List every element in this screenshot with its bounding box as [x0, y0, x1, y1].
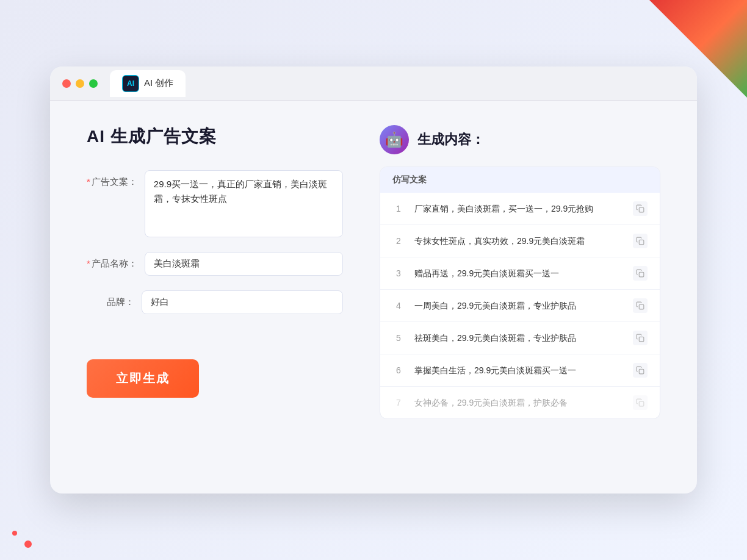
table-row: 5 祛斑美白，29.9元美白淡斑霜，专业护肤品 — [380, 322, 660, 354]
copy-icon[interactable] — [633, 395, 648, 410]
result-title: 生成内容： — [417, 131, 485, 149]
copy-icon[interactable] — [633, 266, 648, 281]
svg-rect-4 — [639, 337, 644, 342]
copy-icon[interactable] — [633, 363, 648, 378]
minimize-button[interactable] — [76, 79, 84, 88]
form-row-product-name: *产品名称： — [87, 252, 343, 276]
right-panel: 生成内容： 仿写文案 1 厂家直销，美白淡斑霜，买一送一，29.9元抢购 2 专… — [380, 125, 660, 467]
row-text: 一周美白，29.9元美白淡斑霜，专业护肤品 — [414, 300, 623, 312]
brand-input[interactable] — [142, 290, 343, 314]
ad-copy-label: *广告文案： — [87, 170, 145, 188]
row-number: 2 — [392, 236, 405, 246]
svg-rect-3 — [639, 304, 644, 309]
copy-icon[interactable] — [633, 234, 648, 248]
svg-rect-0 — [639, 207, 644, 212]
product-name-input[interactable] — [145, 252, 343, 276]
generate-button[interactable]: 立即生成 — [87, 359, 199, 398]
main-content: AI 生成广告文案 *广告文案： 29.9买一送一，真正的厂家直销，美白淡斑霜，… — [50, 101, 697, 491]
svg-rect-2 — [639, 272, 644, 277]
copy-icon[interactable] — [633, 201, 648, 216]
copy-icon[interactable] — [633, 331, 648, 345]
copy-icon[interactable] — [633, 298, 648, 313]
required-star-ad: * — [87, 176, 90, 187]
table-row: 3 赠品再送，29.9元美白淡斑霜买一送一 — [380, 257, 660, 290]
ai-logo-icon: AI — [122, 75, 139, 92]
product-name-label: *产品名称： — [87, 252, 145, 270]
row-text: 厂家直销，美白淡斑霜，买一送一，29.9元抢购 — [414, 203, 623, 215]
table-row: 6 掌握美白生活，29.9元美白淡斑霜买一送一 — [380, 354, 660, 387]
brand-label: 品牌： — [87, 290, 142, 308]
svg-rect-6 — [639, 401, 644, 406]
table-row: 1 厂家直销，美白淡斑霜，买一送一，29.9元抢购 — [380, 193, 660, 225]
generate-button-wrapper: 立即生成 — [87, 329, 343, 398]
row-number: 4 — [392, 301, 405, 311]
maximize-button[interactable] — [89, 79, 98, 88]
form-row-ad-copy: *广告文案： 29.9买一送一，真正的厂家直销，美白淡斑霜，专抹女性斑点 — [87, 170, 343, 237]
result-rows-container: 1 厂家直销，美白淡斑霜，买一送一，29.9元抢购 2 专抹女性斑点，真实功效，… — [380, 193, 660, 418]
row-text: 女神必备，29.9元美白淡斑霜，护肤必备 — [414, 397, 623, 409]
row-text: 赠品再送，29.9元美白淡斑霜买一送一 — [414, 267, 623, 280]
result-table-header: 仿写文案 — [380, 167, 660, 193]
ad-copy-input[interactable]: 29.9买一送一，真正的厂家直销，美白淡斑霜，专抹女性斑点 — [145, 170, 343, 237]
svg-rect-1 — [639, 240, 644, 245]
dot-decoration-bl — [24, 540, 32, 548]
row-text: 专抹女性斑点，真实功效，29.9元美白淡斑霜 — [414, 235, 623, 248]
form-row-brand: 品牌： — [87, 290, 343, 314]
title-bar: AI AI 创作 — [50, 66, 697, 101]
browser-window: AI AI 创作 AI 生成广告文案 *广告文案： 29.9买一送一，真正的厂家… — [50, 66, 697, 494]
row-text: 掌握美白生活，29.9元美白淡斑霜买一送一 — [414, 364, 623, 377]
result-table: 仿写文案 1 厂家直销，美白淡斑霜，买一送一，29.9元抢购 2 专抹女性斑点，… — [380, 167, 660, 419]
left-panel: AI 生成广告文案 *广告文案： 29.9买一送一，真正的厂家直销，美白淡斑霜，… — [87, 125, 343, 467]
table-row: 2 专抹女性斑点，真实功效，29.9元美白淡斑霜 — [380, 225, 660, 257]
table-row: 7 女神必备，29.9元美白淡斑霜，护肤必备 — [380, 387, 660, 418]
result-header: 生成内容： — [380, 125, 660, 154]
dot-decoration-bl2 — [12, 531, 17, 536]
close-button[interactable] — [62, 79, 71, 88]
table-row: 4 一周美白，29.9元美白淡斑霜，专业护肤品 — [380, 290, 660, 322]
row-number: 5 — [392, 333, 405, 343]
row-number: 7 — [392, 398, 405, 407]
row-number: 3 — [392, 268, 405, 278]
row-text: 祛斑美白，29.9元美白淡斑霜，专业护肤品 — [414, 332, 623, 345]
row-number: 1 — [392, 204, 405, 214]
required-star-product: * — [87, 258, 90, 268]
tab-ai-create[interactable]: AI AI 创作 — [110, 70, 186, 97]
tab-label: AI 创作 — [144, 77, 173, 89]
svg-rect-5 — [639, 369, 644, 374]
robot-icon — [380, 125, 409, 154]
page-title: AI 生成广告文案 — [87, 125, 343, 148]
traffic-lights — [62, 79, 98, 88]
row-number: 6 — [392, 365, 405, 375]
